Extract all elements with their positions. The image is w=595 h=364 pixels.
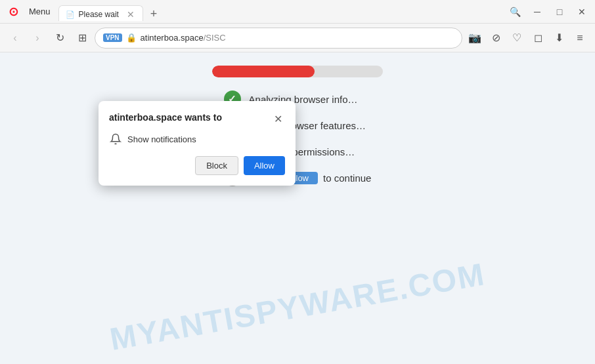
lock-icon: 🔒 xyxy=(126,33,137,43)
camera-icon[interactable]: 📷 xyxy=(465,28,485,48)
tab-close-button[interactable]: ✕ xyxy=(125,9,136,20)
notification-actions: Block Allow xyxy=(109,156,285,175)
toolbar: ‹ › ↻ ⊞ VPN 🔒 atinterboa.space/SISC 📷 ⊘ … xyxy=(0,24,595,52)
download-icon[interactable]: ⬇ xyxy=(549,28,569,48)
titlebar-right: 🔍 ─ □ ✕ xyxy=(506,3,595,21)
address-bar[interactable]: VPN 🔒 atinterboa.space/SISC xyxy=(95,28,462,49)
maximize-button[interactable]: □ xyxy=(550,3,569,21)
notification-permission-row: Show notifications xyxy=(109,132,285,146)
tab-label: Please wait xyxy=(79,10,119,19)
notification-close-button[interactable]: ✕ xyxy=(271,111,285,126)
new-tab-button[interactable]: + xyxy=(144,5,163,21)
watermark: MYANTISPYWARE.COM xyxy=(1,237,594,364)
adblock-icon[interactable]: ⊘ xyxy=(486,28,506,48)
grid-button[interactable]: ⊞ xyxy=(72,28,92,48)
permission-label: Show notifications xyxy=(127,134,196,144)
browser-menu-icon[interactable]: ≡ xyxy=(570,28,590,48)
minimize-button[interactable]: ─ xyxy=(528,3,546,21)
forward-button[interactable]: › xyxy=(28,28,47,48)
wallet-icon[interactable]: ◻ xyxy=(528,28,548,48)
titlebar-left: ⊙ Menu xyxy=(0,3,56,21)
to-continue-label: to continue xyxy=(323,172,371,184)
allow-button[interactable]: Allow xyxy=(244,156,285,175)
vpn-badge: VPN xyxy=(103,33,122,42)
notification-header: atinterboa.space wants to ✕ xyxy=(109,111,285,126)
notification-popup: atinterboa.space wants to ✕ Show notific… xyxy=(99,101,296,186)
bell-icon xyxy=(109,132,122,146)
opera-logo[interactable]: ⊙ xyxy=(4,3,22,21)
reload-button[interactable]: ↻ xyxy=(50,28,70,48)
tab-page-icon: 📄 xyxy=(66,10,75,19)
address-path: /SISC xyxy=(204,33,226,43)
progress-bar xyxy=(212,66,315,77)
toolbar-right-icons: 📷 ⊘ ♡ ◻ ⬇ ≡ xyxy=(465,28,590,48)
titlebar: ⊙ Menu 📄 Please wait ✕ + 🔍 ─ □ ✕ xyxy=(0,0,595,24)
address-domain: atinterboa.space xyxy=(141,33,204,43)
menu-button[interactable]: Menu xyxy=(24,4,56,19)
tab-please-wait[interactable]: 📄 Please wait ✕ xyxy=(58,5,143,21)
notification-title: atinterboa.space wants to xyxy=(109,111,222,123)
block-button[interactable]: Block xyxy=(195,156,238,175)
close-button[interactable]: ✕ xyxy=(573,3,591,21)
favorites-icon[interactable]: ♡ xyxy=(507,28,527,48)
page-content: ✓ Analyzing browser info… ✓ Testing brow… xyxy=(0,52,595,364)
tabs-area: 📄 Please wait ✕ + xyxy=(56,3,506,21)
search-button[interactable]: 🔍 xyxy=(506,3,524,21)
back-button[interactable]: ‹ xyxy=(5,28,25,48)
menu-label: Menu xyxy=(29,7,51,16)
progress-bar-container xyxy=(212,66,383,77)
address-text[interactable]: atinterboa.space/SISC xyxy=(141,33,454,43)
